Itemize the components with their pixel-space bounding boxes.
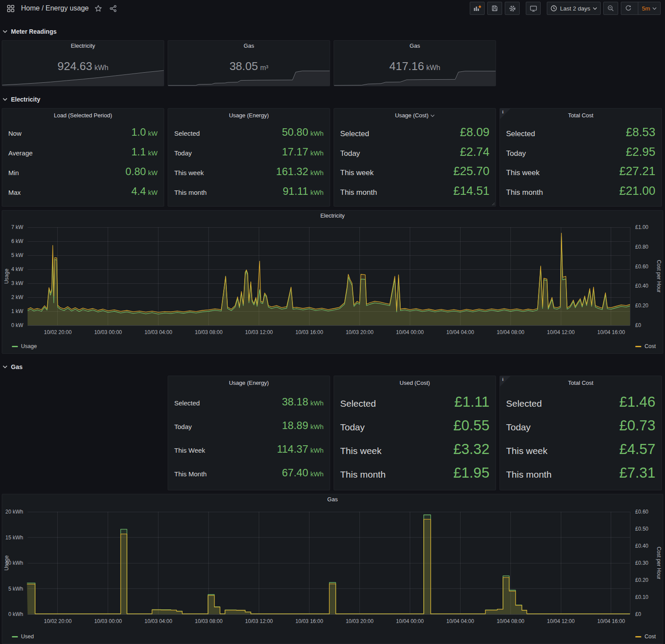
- panel-info-corner[interactable]: [500, 376, 510, 387]
- stat-label: Selected: [174, 399, 200, 407]
- panel-title[interactable]: Gas: [334, 41, 496, 51]
- section-gas[interactable]: Gas: [2, 361, 663, 373]
- stat-row: Today £2.74: [340, 145, 489, 159]
- stat-label: Average: [8, 149, 33, 157]
- y-axis-title: Usage: [4, 555, 10, 570]
- legend-item-used[interactable]: Used: [12, 633, 34, 640]
- panel-info-corner[interactable]: [500, 109, 510, 119]
- stat-label: Today: [506, 149, 526, 158]
- chart-legend: Usage Cost: [2, 341, 663, 352]
- panel-title[interactable]: Gas: [168, 41, 330, 51]
- panel-title[interactable]: Usage (Cost): [340, 110, 489, 121]
- x-tick-label: 10/03 08:00: [195, 618, 223, 624]
- meter-value: 924.63kWh: [2, 60, 164, 73]
- dashboards-grid-icon[interactable]: [5, 3, 16, 14]
- x-tick-label: 10/04 16:00: [597, 329, 625, 335]
- star-icon[interactable]: [93, 3, 104, 14]
- y2-tick-label: £0: [635, 611, 641, 617]
- stat-row: This week 161.32kWh: [174, 165, 324, 178]
- legend-item-usage[interactable]: Usage: [12, 343, 37, 349]
- gas-chart-row: Gas 10/02 20:0010/03 00:0010/03 04:0010/…: [2, 494, 663, 644]
- section-title: Electricity: [11, 96, 40, 103]
- stat-value: £8.09: [460, 126, 489, 139]
- x-tick-label: 10/03 04:00: [144, 329, 172, 335]
- section-electricity[interactable]: Electricity: [2, 93, 663, 106]
- stat-value: 1.1kW: [131, 146, 158, 158]
- panel-gas-m3-meter: Gas 38.05m³: [168, 40, 330, 86]
- stat-value: £4.57: [619, 441, 655, 457]
- grafana-dashboard: Home / Energy usage: [0, 0, 665, 644]
- stat-value: £0.55: [453, 417, 489, 434]
- series-line-2: [27, 519, 630, 614]
- stat-label: Selected: [506, 130, 535, 138]
- section-chevron-icon: [3, 365, 7, 369]
- panel-title[interactable]: Total Cost: [506, 378, 655, 388]
- stat-value: £0.73: [619, 417, 655, 434]
- chart-legend: Used Cost: [2, 631, 663, 642]
- stat-value: 4.4kW: [131, 185, 158, 197]
- stat-row: Selected £1.11: [340, 394, 489, 410]
- stat-row: This month £14.51: [340, 184, 489, 198]
- meter-value: 417.16kWh: [334, 60, 496, 73]
- chevron-down-icon: [652, 7, 657, 10]
- y2-tick-label: £0.40: [635, 283, 648, 289]
- legend-item-cost[interactable]: Cost: [635, 633, 656, 640]
- stat-label: Selected: [340, 130, 369, 138]
- stat-value: £14.51: [453, 184, 489, 198]
- y-tick-label: 0 kW: [11, 322, 24, 328]
- section-title: Meter Readings: [11, 28, 56, 35]
- stat-value: £1.11: [454, 394, 489, 410]
- legend-item-cost[interactable]: Cost: [635, 343, 656, 349]
- panel-title[interactable]: Used (Cost): [340, 378, 489, 388]
- breadcrumb[interactable]: Home / Energy usage: [21, 4, 89, 12]
- panel-title[interactable]: Gas: [2, 494, 663, 505]
- add-panel-button[interactable]: [470, 2, 485, 15]
- save-dashboard-button[interactable]: [487, 2, 502, 15]
- refresh-button[interactable]: 5m: [621, 2, 661, 15]
- panel-menu-chevron-icon[interactable]: [430, 114, 435, 117]
- section-title: Gas: [11, 363, 22, 370]
- panel-gas-total-cost: i Total Cost Selected £1.46 Today £0.73 …: [500, 376, 662, 490]
- dashboard-settings-button[interactable]: [505, 2, 520, 15]
- panel-gas-chart: Gas 10/02 20:0010/03 00:0010/03 04:0010/…: [2, 494, 663, 644]
- panel-resize-handle[interactable]: [491, 202, 495, 205]
- refresh-interval-segment[interactable]: 5m: [638, 2, 660, 14]
- stat-row: This Week 114.37kWh: [174, 443, 324, 455]
- stat-label: This month: [174, 189, 207, 196]
- panel-title[interactable]: Usage (Energy): [174, 110, 324, 121]
- electricity-time-series[interactable]: 10/02 20:0010/03 00:0010/03 04:0010/03 0…: [2, 221, 663, 338]
- stat-value: 67.40kWh: [282, 467, 324, 479]
- time-range-picker[interactable]: Last 2 days: [547, 2, 601, 15]
- y2-tick-label: £0.50: [635, 526, 648, 532]
- y-tick-label: 2 kW: [11, 294, 24, 300]
- share-icon[interactable]: [108, 3, 119, 14]
- stat-value: £3.32: [453, 441, 489, 457]
- y2-tick-label: £0.60: [635, 509, 648, 515]
- stat-label: This week: [506, 169, 540, 177]
- gas-time-series[interactable]: 10/02 20:0010/03 00:0010/03 04:0010/03 0…: [2, 505, 663, 629]
- tv-mode-button[interactable]: [526, 2, 541, 15]
- stat-row: This month 91.11kWh: [174, 185, 324, 197]
- panel-gas-kwh-meter: Gas 417.16kWh: [334, 40, 496, 86]
- stat-row: This month £7.31: [506, 465, 655, 481]
- panel-title[interactable]: Load (Selected Period): [8, 110, 158, 121]
- panel-title[interactable]: Total Cost: [506, 110, 655, 121]
- panel-gas-used-cost: Used (Cost) Selected £1.11 Today £0.55 T…: [334, 376, 496, 490]
- stat-label: This week: [506, 446, 548, 456]
- stat-row: This week £25.70: [340, 165, 489, 178]
- panel-title[interactable]: Electricity: [2, 211, 663, 221]
- zoom-out-time-button[interactable]: [603, 2, 618, 15]
- section-meter-readings[interactable]: Meter Readings: [2, 25, 663, 38]
- y2-tick-label: £0: [635, 322, 641, 328]
- stat-row: Today 17.17kWh: [174, 146, 324, 158]
- stat-label: This Month: [174, 470, 207, 478]
- stat-row: Selected 38.18kWh: [174, 396, 324, 408]
- meter-readings-row: Electricity 924.63kWh Gas 38.05m³ Gas 41…: [2, 40, 663, 86]
- panel-title[interactable]: Usage (Energy): [174, 378, 324, 388]
- y2-axis-title: Cost per Hour: [656, 547, 662, 580]
- refresh-now-segment[interactable]: [621, 2, 635, 14]
- electricity-stats-row: Load (Selected Period) Now 1.0kW Average…: [2, 108, 663, 207]
- panel-title[interactable]: Electricity: [2, 41, 164, 51]
- stat-value: 91.11kWh: [283, 185, 324, 197]
- stat-label: Today: [174, 423, 192, 430]
